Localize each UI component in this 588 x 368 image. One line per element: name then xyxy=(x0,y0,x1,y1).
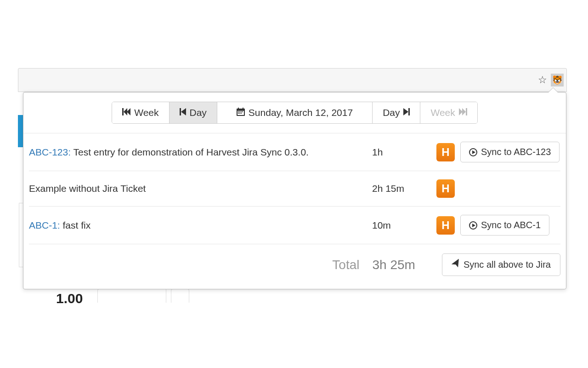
entry-duration: 10m xyxy=(372,220,436,231)
total-value: 3h 25m xyxy=(372,258,415,272)
svg-rect-12 xyxy=(242,111,243,112)
date-nav-toolbar: Week Day Sunday, March 12, 2017 Day xyxy=(23,92,566,133)
prev-day-button[interactable]: Day xyxy=(170,102,217,123)
entry-actions: H Sync to ABC-1 xyxy=(436,215,560,236)
harvest-badge-icon[interactable]: H xyxy=(436,179,455,198)
next-day-label: Day xyxy=(383,107,400,118)
harvest-badge-icon[interactable]: H xyxy=(436,216,455,235)
browser-chrome: ☆ 🐯 xyxy=(18,68,567,92)
entry-description: ABC-123: Test entry for demonstration of… xyxy=(29,147,372,158)
svg-marker-19 xyxy=(462,108,466,115)
next-week-label: Week xyxy=(430,107,455,118)
sync-button-label: Sync to ABC-1 xyxy=(481,220,541,230)
current-date-button[interactable]: Sunday, March 12, 2017 xyxy=(217,102,373,123)
play-icon xyxy=(469,148,477,156)
ticket-link[interactable]: ABC-1: xyxy=(29,220,60,230)
entry-description: ABC-1: fast fix xyxy=(29,220,372,231)
paper-plane-icon xyxy=(451,259,461,271)
entry-text: Test entry for demonstration of Harvest … xyxy=(71,147,309,157)
svg-rect-7 xyxy=(238,108,239,109)
sync-to-ticket-button[interactable]: Sync to ABC-1 xyxy=(460,215,549,236)
bookmark-star-icon[interactable]: ☆ xyxy=(538,74,547,86)
svg-rect-9 xyxy=(238,111,239,112)
prev-week-label: Week xyxy=(134,107,158,118)
svg-rect-20 xyxy=(466,108,467,115)
svg-marker-16 xyxy=(403,108,408,115)
sync-button-label: Sync to ABC-123 xyxy=(481,147,551,157)
prev-day-label: Day xyxy=(190,107,207,118)
svg-marker-18 xyxy=(459,108,463,115)
svg-marker-1 xyxy=(124,108,127,115)
svg-rect-15 xyxy=(241,113,242,114)
sync-all-button[interactable]: Sync all above to Jira xyxy=(442,253,560,276)
current-date-label: Sunday, March 12, 2017 xyxy=(249,107,353,118)
svg-rect-0 xyxy=(122,108,124,115)
fast-backward-icon xyxy=(122,108,130,118)
svg-rect-3 xyxy=(180,108,181,115)
svg-marker-4 xyxy=(181,108,186,115)
play-icon xyxy=(469,221,477,230)
popup-arrow-fill xyxy=(548,88,558,92)
background-start-button xyxy=(97,289,166,303)
fast-forward-icon xyxy=(459,108,467,118)
entry-text: fast fix xyxy=(60,220,91,230)
step-backward-icon xyxy=(180,108,186,118)
time-entries-list: ABC-123: Test entry for demonstration of… xyxy=(23,133,566,244)
svg-rect-13 xyxy=(238,113,239,114)
time-entry-row: ABC-1: fast fix 10m H Sync to ABC-1 xyxy=(29,207,560,244)
entry-duration: 2h 15m xyxy=(372,183,436,194)
entry-description: Example without Jira Ticket xyxy=(29,183,372,194)
background-small-button xyxy=(171,289,189,303)
calendar-icon xyxy=(237,108,245,118)
entry-text: Example without Jira Ticket xyxy=(29,183,146,194)
svg-rect-17 xyxy=(408,108,410,115)
entry-duration: 1h xyxy=(372,147,436,158)
harvest-badge-icon[interactable]: H xyxy=(436,143,455,161)
step-forward-icon xyxy=(403,108,410,118)
svg-rect-14 xyxy=(239,113,240,114)
time-entry-row: Example without Jira Ticket 2h 15m H xyxy=(29,171,560,207)
extension-popup: Week Day Sunday, March 12, 2017 Day xyxy=(23,92,566,289)
extension-icon[interactable]: 🐯 xyxy=(551,74,564,86)
entry-actions: H xyxy=(436,179,560,198)
total-label: Total xyxy=(332,258,359,272)
background-timer-value: 1.00 xyxy=(56,291,83,306)
footer-total-row: Total 3h 25m Sync all above to Jira xyxy=(23,244,566,289)
sync-to-ticket-button[interactable]: Sync to ABC-123 xyxy=(460,142,560,162)
svg-marker-2 xyxy=(127,108,130,115)
time-entry-row: ABC-123: Test entry for demonstration of… xyxy=(29,133,560,171)
ticket-link[interactable]: ABC-123: xyxy=(29,147,71,157)
next-week-button[interactable]: Week xyxy=(420,102,477,123)
svg-rect-11 xyxy=(241,111,242,112)
date-nav-group: Week Day Sunday, March 12, 2017 Day xyxy=(112,102,478,124)
svg-rect-10 xyxy=(239,111,240,112)
entry-actions: H Sync to ABC-123 xyxy=(436,142,560,162)
sync-all-label: Sync all above to Jira xyxy=(464,259,551,270)
svg-rect-8 xyxy=(243,108,243,109)
prev-week-button[interactable]: Week xyxy=(112,102,169,123)
next-day-button[interactable]: Day xyxy=(373,102,420,123)
